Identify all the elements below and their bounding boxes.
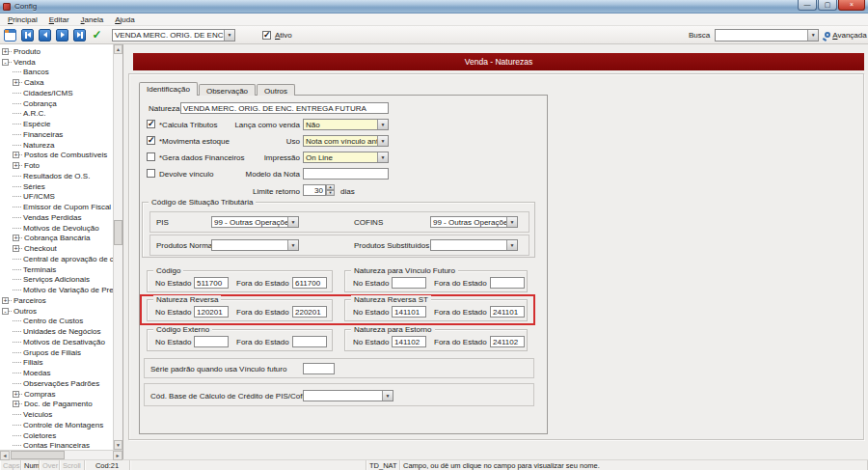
gera-dados-financeiros-checkbox[interactable] (147, 152, 155, 161)
scrollbar-thumb[interactable] (11, 451, 65, 459)
new-record-icon[interactable] (4, 29, 16, 41)
chevron-down-icon[interactable]: ▼ (807, 30, 818, 41)
tree-item[interactable]: Motivos de Desativação (0, 337, 113, 347)
scrollbar-thumb[interactable] (114, 220, 122, 245)
avancada-link[interactable]: Avançada (825, 31, 866, 40)
tab-outros[interactable]: Outros (257, 84, 295, 96)
tree-expand-icon[interactable]: + (2, 297, 9, 304)
menu-janela[interactable]: Janela (75, 14, 110, 25)
tree-item[interactable]: Séries (0, 181, 113, 192)
natureza-input[interactable]: VENDA MERC. ORIG. DE ENC. ENTREGA FUTURA (180, 102, 389, 114)
tree-item[interactable]: +Parceiros (0, 295, 113, 306)
tree-horizontal-scrollbar[interactable]: ◄ ► (0, 450, 122, 459)
tree-item[interactable]: +Foto (0, 160, 113, 171)
tab-observacao[interactable]: Observação (199, 84, 256, 96)
codigo-externo-fora-estado-input[interactable] (292, 336, 327, 347)
tree-item[interactable]: Vendas Perdidas (0, 212, 113, 223)
record-combo[interactable]: VENDA MERC. ORIG. DE ENC. ENTF ▼ (112, 29, 235, 41)
natureza-estorno-fora-estado-input[interactable]: 241102 (490, 336, 525, 347)
natureza-reversa-st-fora-estado-input[interactable]: 241101 (490, 306, 525, 318)
produtos-substituidos-combo[interactable]: ▼ (430, 239, 518, 251)
devolve-vinculo-checkbox[interactable] (147, 169, 155, 178)
chevron-down-icon[interactable]: ▼ (506, 240, 517, 250)
tree-item[interactable]: UF/ICMS (0, 192, 113, 203)
maximize-button[interactable]: ▢ (818, 0, 837, 11)
previous-record-button[interactable] (39, 29, 51, 41)
tree-expand-icon[interactable]: + (13, 235, 19, 241)
chevron-down-icon[interactable]: ▼ (377, 120, 388, 129)
tree-item[interactable]: +Caixa (0, 77, 113, 88)
tab-identificacao[interactable]: Identificação (139, 82, 198, 96)
tree-item[interactable]: Controle de Montagens (0, 420, 113, 430)
tree-item[interactable]: +Checkout (0, 243, 113, 254)
menu-editar[interactable]: Editar (43, 14, 75, 25)
menu-principal[interactable]: Principal (2, 14, 43, 25)
natureza-reversa-fora-estado-input[interactable]: 220201 (292, 306, 327, 318)
movimenta-estoque-checkbox[interactable] (147, 136, 155, 145)
tree-expand-icon[interactable]: + (13, 162, 19, 169)
cod-base-combo[interactable]: ▼ (303, 390, 393, 401)
tree-collapse-icon[interactable]: - (2, 308, 9, 315)
tree-expand-icon[interactable]: + (13, 79, 19, 86)
modelo-da-nota-input[interactable] (303, 168, 389, 180)
tree-vertical-scrollbar[interactable]: ▲ ▼ (113, 44, 122, 450)
tree-item[interactable]: Moedas (0, 368, 113, 378)
tree-item[interactable]: Coletores (0, 430, 113, 441)
tree-item[interactable]: Cobrança (0, 98, 113, 109)
tree-item[interactable]: Motivos de Devolução (0, 223, 113, 234)
tree-item[interactable]: Filiais (0, 358, 113, 369)
tree-expand-icon[interactable]: + (13, 245, 19, 252)
tree-item[interactable]: Serviços Adicionais (0, 275, 113, 286)
limite-retorno-spinner[interactable]: 30 ▲▼ (303, 184, 335, 196)
pis-combo[interactable]: 99 - Outras Operações▼ (211, 216, 299, 228)
menu-ajuda[interactable]: Ajuda (109, 14, 140, 25)
minimize-button[interactable]: — (798, 0, 817, 11)
vinculo-futuro-fora-estado-input[interactable] (490, 277, 525, 289)
natureza-reversa-no-estado-input[interactable]: 120201 (194, 306, 229, 318)
chevron-down-icon[interactable]: ▼ (287, 217, 298, 227)
tree-item[interactable]: Contas Financeiras (0, 441, 113, 451)
ativo-checkbox[interactable] (262, 31, 271, 40)
close-button[interactable]: × (838, 0, 865, 11)
tree-item[interactable]: Resultados de O.S. (0, 171, 113, 181)
tree-item[interactable]: Bancos (0, 68, 113, 78)
chevron-down-icon[interactable]: ▼ (382, 391, 393, 401)
impressao-combo[interactable]: On Line▼ (303, 152, 389, 163)
tree-item[interactable]: Cidades/ICMS (0, 88, 113, 98)
tree-item[interactable]: +Produto (0, 46, 113, 57)
tree-item[interactable]: Financeiras (0, 129, 113, 140)
serie-padrao-input[interactable] (303, 363, 335, 374)
tree-item[interactable]: Veículos (0, 409, 113, 420)
tree-item[interactable]: Emissor de Cupom Fiscal (0, 202, 113, 212)
last-record-button[interactable] (73, 29, 86, 41)
calcula-tributos-checkbox[interactable] (147, 120, 155, 128)
chevron-down-icon[interactable]: ▼ (377, 152, 388, 162)
tree-item[interactable]: Terminais (0, 264, 113, 275)
tree-item[interactable]: Natureza (0, 140, 113, 151)
tree-collapse-icon[interactable]: - (2, 59, 9, 66)
tree-item[interactable]: A.R.C. (0, 109, 113, 120)
scroll-left-icon[interactable]: ◄ (0, 451, 10, 460)
tree-item[interactable]: Unidades de Negócios (0, 326, 113, 337)
confirm-check-icon[interactable]: ✓ (91, 29, 103, 41)
lanca-como-venda-combo[interactable]: Não▼ (303, 119, 389, 130)
codigo-no-estado-input[interactable]: 511700 (194, 277, 229, 289)
tree-item[interactable]: +Compras (0, 389, 113, 400)
tree-item[interactable]: Grupos de Filiais (0, 347, 113, 358)
tree-expand-icon[interactable]: + (13, 152, 19, 158)
scroll-right-icon[interactable]: ► (113, 451, 122, 460)
tree-item[interactable]: Motivo de Variação de Preço (0, 285, 113, 295)
tree-expand-icon[interactable]: + (13, 391, 19, 398)
next-record-button[interactable] (56, 29, 68, 41)
tree-item[interactable]: Centro de Custos (0, 317, 113, 327)
tree-item[interactable]: -Outros (0, 306, 113, 317)
codigo-externo-no-estado-input[interactable] (194, 336, 229, 347)
chevron-down-icon[interactable]: ▼ (287, 240, 298, 250)
chevron-down-icon[interactable]: ▼ (377, 136, 388, 146)
first-record-button[interactable] (21, 29, 34, 41)
tree-item[interactable]: Central de aprovação de cré (0, 254, 113, 264)
tree-expand-icon[interactable]: + (2, 48, 9, 55)
chevron-down-icon[interactable]: ▼ (506, 217, 517, 227)
scroll-down-icon[interactable]: ▼ (114, 440, 122, 450)
codigo-fora-estado-input[interactable]: 611700 (292, 277, 327, 289)
